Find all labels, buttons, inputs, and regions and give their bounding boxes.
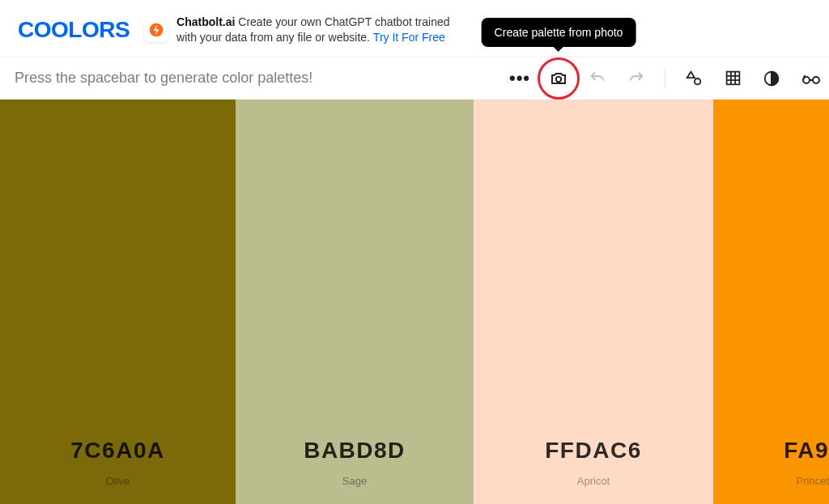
sponsor-ad[interactable]: Chatbolt.ai Create your own ChatGPT chat… — [144, 15, 460, 45]
undo-icon — [589, 70, 606, 87]
camera-tooltip: Create palette from photo — [482, 18, 636, 47]
ad-title: Chatbolt.ai — [176, 15, 235, 28]
color-swatch[interactable]: BABD8DSage — [236, 100, 474, 504]
contrast-button[interactable] — [759, 66, 784, 91]
color-swatch[interactable]: 7C6A0AOlive — [0, 100, 236, 504]
grid-icon — [725, 70, 742, 87]
variations-button[interactable] — [682, 66, 706, 91]
tool-group: ••• Create palette from photo — [508, 66, 826, 91]
contrast-icon — [763, 70, 780, 87]
color-swatch[interactable]: FA9Princet — [713, 100, 829, 504]
redo-icon — [627, 70, 645, 87]
shapes-icon — [685, 70, 703, 87]
redo-button[interactable] — [624, 66, 648, 91]
swatch-name: Sage — [342, 475, 367, 487]
generate-hint: Press the spacebar to generate color pal… — [15, 70, 508, 87]
color-swatch[interactable]: FFDAC6Apricot — [474, 100, 713, 504]
toolbar-separator — [665, 69, 665, 88]
undo-button[interactable] — [585, 66, 610, 91]
swatch-name: Apricot — [577, 475, 610, 487]
top-header: COOLORS Chatbolt.ai Create your own Chat… — [0, 0, 829, 57]
ad-text: Chatbolt.ai Create your own ChatGPT chat… — [176, 15, 460, 45]
camera-icon — [549, 69, 568, 88]
grid-view-button[interactable] — [721, 66, 745, 91]
svg-point-1 — [556, 77, 561, 82]
swatch-hex[interactable]: FFDAC6 — [545, 438, 641, 464]
swatch-name: Olive — [106, 475, 130, 487]
swatch-hex[interactable]: 7C6A0A — [70, 438, 164, 464]
glasses-icon — [801, 69, 820, 88]
swatch-name: Princet — [797, 475, 829, 487]
swatch-hex[interactable]: FA9 — [784, 438, 829, 464]
logo[interactable]: COOLORS — [18, 17, 130, 43]
more-options-button[interactable]: ••• — [508, 66, 532, 91]
svg-point-10 — [813, 77, 819, 83]
swatch-hex[interactable]: BABD8D — [304, 438, 406, 464]
chatbolt-icon — [144, 18, 168, 42]
create-from-photo-button[interactable]: Create palette from photo — [546, 66, 571, 91]
ad-link[interactable]: Try It For Free — [373, 31, 445, 44]
svg-rect-3 — [726, 72, 739, 85]
toolbar: Press the spacebar to generate color pal… — [0, 57, 829, 100]
view-button[interactable] — [798, 66, 823, 91]
palette: 7C6A0AOliveBABD8DSageFFDAC6ApricotFA9Pri… — [0, 100, 829, 504]
svg-point-2 — [695, 78, 700, 84]
